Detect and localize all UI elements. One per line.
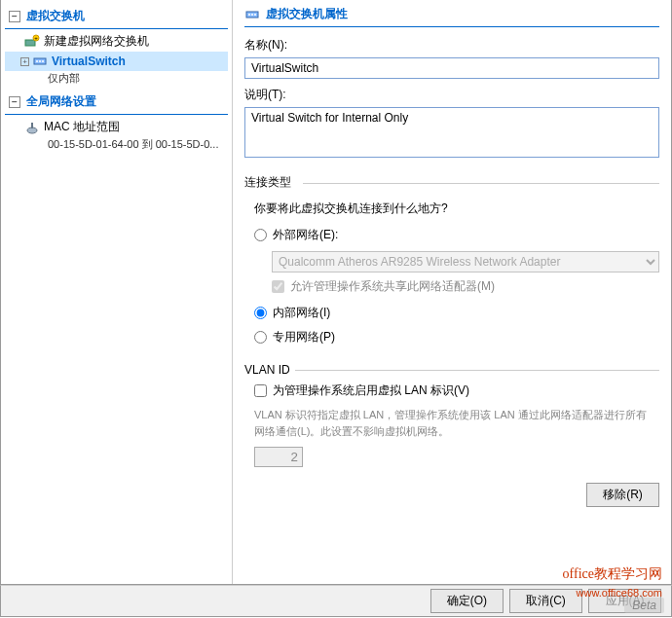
- apply-button[interactable]: 应用(A): [588, 589, 661, 613]
- header-title: 虚拟交换机属性: [266, 6, 348, 22]
- radio-internal[interactable]: 内部网络(I): [244, 301, 659, 325]
- svg-point-5: [39, 60, 41, 62]
- tree-item-mac-range[interactable]: MAC 地址范围: [5, 117, 228, 137]
- svg-point-4: [36, 60, 38, 62]
- svg-text:+: +: [34, 35, 38, 41]
- vlan-id-input: [254, 447, 303, 467]
- section-global-network[interactable]: − 全局网络设置: [5, 91, 228, 115]
- section-title: 全局网络设置: [26, 93, 96, 110]
- section-title: 虚拟交换机: [26, 8, 85, 24]
- allow-mgmt-checkbox: [272, 280, 284, 293]
- svg-point-11: [251, 14, 253, 16]
- new-switch-icon: +: [24, 34, 40, 50]
- desc-label: 说明(T):: [244, 87, 659, 103]
- remove-button[interactable]: 移除(R): [586, 483, 659, 507]
- conn-question: 你要将此虚拟交换机连接到什么地方?: [244, 197, 659, 223]
- name-input[interactable]: [244, 57, 659, 79]
- properties-header: 虚拟交换机属性: [244, 6, 659, 27]
- adapter-dropdown: Qualcomm Atheros AR9285 Wireless Network…: [272, 251, 659, 273]
- svg-point-12: [254, 14, 256, 16]
- desc-input[interactable]: [244, 107, 659, 158]
- dialog-footer: 确定(O) 取消(C) 应用(A): [0, 585, 672, 617]
- switch-icon: [32, 54, 48, 69]
- switch-icon: [244, 7, 260, 22]
- vlan-title: VLAN ID: [244, 363, 659, 377]
- cancel-button[interactable]: 取消(C): [509, 589, 582, 613]
- radio-private[interactable]: 专用网络(P): [244, 325, 659, 349]
- svg-point-10: [248, 14, 250, 16]
- ok-button[interactable]: 确定(O): [430, 589, 504, 613]
- mac-range-label: MAC 地址范围: [44, 119, 120, 135]
- tree-item-virtual-switch[interactable]: + VirtualSwitch: [5, 52, 228, 71]
- collapse-icon[interactable]: −: [9, 96, 20, 108]
- right-properties-panel: 虚拟交换机属性 名称(N): 说明(T): 连接类型 你要将此虚拟交换机连接到什…: [233, 0, 671, 584]
- conn-type-title: 连接类型: [244, 174, 659, 191]
- vlan-enable-checkbox[interactable]: [254, 384, 267, 397]
- new-switch-label: 新建虚拟网络交换机: [44, 33, 149, 50]
- svg-point-6: [42, 60, 44, 62]
- radio-internal-input[interactable]: [254, 307, 267, 319]
- section-virtual-switches[interactable]: − 虚拟交换机: [5, 6, 228, 29]
- left-tree-panel: − 虚拟交换机 + 新建虚拟网络交换机 + VirtualSwitch 仅内部 …: [1, 0, 233, 584]
- collapse-icon[interactable]: −: [9, 11, 20, 22]
- radio-private-input[interactable]: [254, 331, 267, 344]
- name-label: 名称(N):: [244, 37, 659, 54]
- vlan-enable-row[interactable]: 为管理操作系统启用虚拟 LAN 标识(V): [254, 382, 659, 399]
- allow-mgmt-checkbox-row: 允许管理操作系统共享此网络适配器(M): [272, 278, 659, 295]
- switch-type-label: 仅内部: [5, 71, 228, 86]
- mac-range-value: 00-15-5D-01-64-00 到 00-15-5D-0...: [5, 137, 228, 152]
- svg-rect-8: [31, 123, 33, 128]
- mac-icon: [24, 120, 40, 135]
- switch-name-label: VirtualSwitch: [52, 55, 126, 68]
- vlan-description: VLAN 标识符指定虚拟 LAN，管理操作系统使用该 LAN 通过此网络适配器进…: [254, 407, 650, 439]
- adapter-select: Qualcomm Atheros AR9285 Wireless Network…: [272, 251, 659, 273]
- tree-item-new-switch[interactable]: + 新建虚拟网络交换机: [5, 31, 228, 52]
- expand-icon[interactable]: +: [20, 57, 29, 66]
- radio-external-input[interactable]: [254, 229, 267, 241]
- radio-external[interactable]: 外部网络(E):: [244, 223, 659, 247]
